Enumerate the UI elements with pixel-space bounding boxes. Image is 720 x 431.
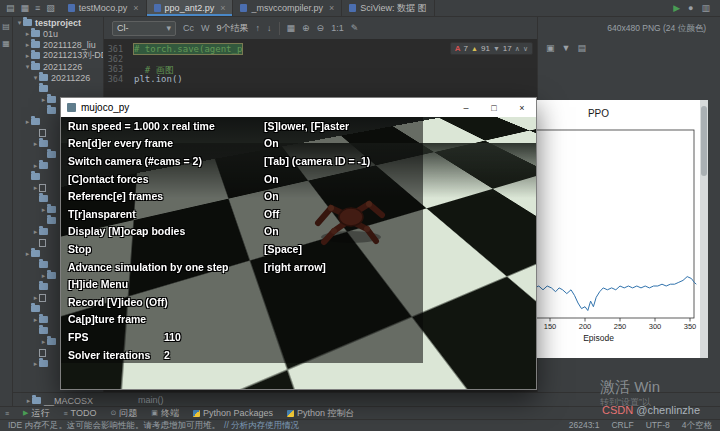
project-view-icon[interactable]: ▦ <box>21 3 30 13</box>
editor-tab[interactable]: ppo_ant2.py× <box>147 0 234 16</box>
more-tools-icon[interactable]: ▥ <box>701 3 710 13</box>
tool-window-label: 运行 <box>31 407 49 420</box>
project-tree-item[interactable]: ▸20211213刘-DDQN <box>13 50 103 61</box>
scrollbar-thumb[interactable] <box>701 106 707 176</box>
chevron-icon: ▸ <box>40 338 47 346</box>
line-number[interactable]: 364 <box>104 74 128 84</box>
close-button[interactable]: × <box>508 98 536 117</box>
project-tree-item[interactable]: ▾20211226 <box>13 61 103 72</box>
menu-icon[interactable]: ≡ <box>5 410 9 417</box>
tab-close-icon[interactable]: × <box>220 3 225 13</box>
menu-row-label: Ca[p]ture frame <box>68 313 264 325</box>
line-number[interactable]: 363 <box>104 64 128 74</box>
match-case-toggle[interactable]: Cc <box>183 23 194 33</box>
project-tree-item[interactable]: ▾testproject <box>13 17 103 28</box>
menu-row-label: Advance simulation by one step <box>68 261 264 273</box>
actual-size-button[interactable]: 1:1 <box>331 23 344 33</box>
words-toggle[interactable]: W <box>201 23 210 33</box>
run-icon[interactable]: ▶ <box>673 3 680 13</box>
folder-icon <box>39 85 48 92</box>
refresh-icon[interactable]: ▣ <box>546 43 555 53</box>
folder-icon <box>23 19 32 26</box>
editor-tab[interactable]: SciView: 数据 图 <box>342 0 434 16</box>
mujoco-menu-row: Referenc[e] framesOn <box>61 187 423 205</box>
mujoco-title-bar[interactable]: mujoco_py – □ × <box>61 98 536 117</box>
chevron-down-icon[interactable]: ▾ <box>166 23 171 33</box>
results-count: 9个结果 <box>217 22 249 35</box>
folder-icon <box>39 283 48 290</box>
chevron-icon: ▸ <box>32 140 39 148</box>
bookmarks-stripe-icon[interactable]: ▦ <box>2 39 10 48</box>
line-number[interactable]: 362 <box>104 54 128 64</box>
tool-window-label: 问题 <box>119 407 137 420</box>
project-tree-item[interactable] <box>13 83 103 94</box>
chevron-icon: ▸ <box>24 52 31 60</box>
maximize-button[interactable]: □ <box>480 98 508 117</box>
python-icon <box>193 410 200 417</box>
save-icon[interactable]: ▼ <box>562 43 571 53</box>
tool-window-button[interactable]: ⊙问题 <box>110 407 137 420</box>
project-tree-item[interactable]: ▸01u <box>13 28 103 39</box>
status-token[interactable]: CRLF <box>611 420 633 431</box>
analyze-memory-link[interactable]: // 分析内存使用情况 <box>224 420 299 431</box>
code-line[interactable] <box>134 54 242 64</box>
edit-icon[interactable]: ✎ <box>351 23 359 33</box>
inspections-widget[interactable]: A 7 ▲ 91 ▼ 17 ∧ ∨ <box>450 42 533 55</box>
editor-tab[interactable]: _msvccompiler.py× <box>233 0 342 16</box>
code-line[interactable]: # torch.save(agent_p <box>134 44 242 54</box>
zoom-in-icon[interactable]: ⊕ <box>302 23 310 33</box>
status-token[interactable]: 4个空格 <box>682 420 712 431</box>
settings-icon[interactable]: ▤ <box>6 3 15 13</box>
folder-icon <box>39 195 48 202</box>
prev-inspection-icon[interactable]: ∧ <box>515 45 520 53</box>
folder-icon <box>47 96 56 103</box>
tab-close-icon[interactable]: × <box>329 3 334 13</box>
tab-close-icon[interactable]: × <box>133 3 138 13</box>
status-token[interactable]: 26243:1 <box>569 420 600 431</box>
project-stripe-icon[interactable]: ▤ <box>2 22 10 31</box>
gear-icon[interactable]: ▤ <box>577 43 586 53</box>
status-token[interactable]: UTF-8 <box>646 420 670 431</box>
menu-row-label: [C]ontact forces <box>68 173 264 185</box>
code-line[interactable]: plt.ion() <box>134 74 242 84</box>
editor-tab[interactable]: testMoco.py× <box>61 0 147 16</box>
structure-icon[interactable]: ▧ <box>46 3 55 13</box>
tool-window-button[interactable]: Python 控制台 <box>287 407 355 420</box>
next-match-icon[interactable]: ↓ <box>267 23 272 33</box>
tool-window-button[interactable]: Python Packages <box>193 407 273 420</box>
menu-row-value: On <box>264 225 423 237</box>
chevron-icon: ▾ <box>16 19 23 27</box>
search-input[interactable]: Cl- ▾ <box>112 21 176 36</box>
tree-item-label: __MACOSX <box>44 396 93 406</box>
folder-icon <box>39 74 48 81</box>
line-number[interactable]: 361 <box>104 44 128 54</box>
mujoco-viewport[interactable]: Run speed = 1.000 x real time[S]lower, [… <box>61 117 536 389</box>
folder-icon <box>39 162 48 169</box>
project-tree-item[interactable]: ▾20211226 <box>13 72 103 83</box>
code-text: # torch.save(agent_p <box>134 44 242 54</box>
file-icon <box>39 184 46 192</box>
tool-window-button[interactable]: ▶运行 <box>23 407 49 420</box>
sciview-scrollbar[interactable] <box>700 100 708 358</box>
minimize-button[interactable]: – <box>452 98 480 117</box>
folder-icon <box>47 151 56 158</box>
weak-warning-icon: ▼ <box>493 45 500 52</box>
folder-icon <box>39 261 48 268</box>
mujoco-menu-row: Stop[Space] <box>61 240 423 258</box>
tree-item-label: 20211213刘-DDQN <box>43 49 104 62</box>
prev-match-icon[interactable]: ↑ <box>256 23 261 33</box>
tool-window-button[interactable]: ▣终端 <box>151 407 179 420</box>
mujoco-menu-row: T[r]ansparentOff <box>61 205 423 223</box>
tool-window-button[interactable]: ≡TODO <box>63 407 96 420</box>
project-tree-item[interactable]: ▸ __MACOSX <box>25 395 93 406</box>
menu-row-value: [Space] <box>264 243 423 255</box>
file-icon <box>39 239 46 247</box>
zoom-out-icon[interactable]: ⊖ <box>317 23 325 33</box>
menu-icon[interactable]: ≡ <box>35 3 40 13</box>
grid-icon[interactable]: ▦ <box>287 23 296 33</box>
breadcrumb[interactable]: main() <box>138 395 164 405</box>
python-file-icon <box>349 4 356 12</box>
debug-icon[interactable]: ● <box>688 3 693 13</box>
code-line[interactable]: # 画图 <box>134 64 242 74</box>
next-inspection-icon[interactable]: ∨ <box>523 45 528 53</box>
